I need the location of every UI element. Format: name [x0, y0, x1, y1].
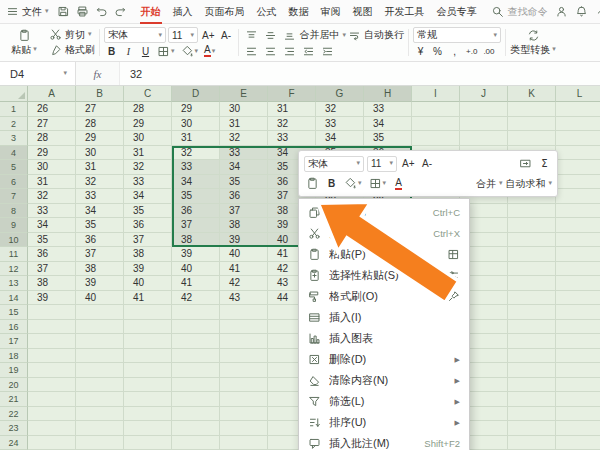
cell-E22[interactable] — [220, 407, 268, 422]
align-right-icon[interactable] — [281, 43, 298, 59]
row-header-23[interactable]: 23 — [0, 421, 28, 436]
cell-E19[interactable] — [220, 363, 268, 378]
bold-button[interactable]: B — [104, 43, 119, 59]
cell-B17[interactable] — [76, 334, 124, 349]
context-menu-item-paste[interactable]: 粘贴(P) — [299, 244, 469, 265]
cell-A22[interactable] — [28, 407, 76, 422]
cell-E20[interactable] — [220, 378, 268, 393]
type-convert-button[interactable]: 类型转换▾ — [510, 29, 556, 57]
cell-K20[interactable] — [508, 378, 556, 393]
cell-D14[interactable]: 42 — [172, 291, 220, 306]
tab-developer[interactable]: 开发工具 — [379, 0, 431, 24]
cell-E9[interactable]: 38 — [220, 218, 268, 233]
cell-L8[interactable] — [556, 204, 600, 219]
mini-autosum-button[interactable]: Σ — [537, 156, 552, 172]
align-center-icon[interactable] — [262, 43, 279, 59]
cell-C3[interactable]: 30 — [124, 131, 172, 146]
cell-E24[interactable] — [220, 436, 268, 450]
cell-D11[interactable]: 39 — [172, 247, 220, 262]
cell-B23[interactable] — [76, 421, 124, 436]
cell-L17[interactable] — [556, 334, 600, 349]
mini-font-color-button[interactable]: A — [391, 176, 406, 192]
cell-D8[interactable]: 36 — [172, 204, 220, 219]
cell-A2[interactable]: 27 — [28, 117, 76, 132]
row-header-20[interactable]: 20 — [0, 378, 28, 393]
cell-K12[interactable] — [508, 262, 556, 277]
paste-button[interactable]: 粘贴▾ — [5, 29, 43, 57]
cell-D9[interactable]: 37 — [172, 218, 220, 233]
cell-J1[interactable] — [460, 102, 508, 117]
cell-B24[interactable] — [76, 436, 124, 450]
cell-D7[interactable]: 35 — [172, 189, 220, 204]
cell-L2[interactable] — [556, 117, 600, 132]
cell-C12[interactable]: 39 — [124, 262, 172, 277]
context-menu-item-insert-comment[interactable]: 插入批注(M)Shift+F2 — [299, 433, 469, 450]
cell-E11[interactable]: 40 — [220, 247, 268, 262]
cell-K19[interactable] — [508, 363, 556, 378]
cell-L22[interactable] — [556, 407, 600, 422]
mini-increase-font-button[interactable]: A+ — [400, 156, 417, 172]
col-header-L[interactable]: L — [556, 86, 600, 102]
context-menu-item-copy[interactable]: 复制(C)Ctrl+C — [299, 202, 469, 223]
cell-D23[interactable] — [172, 421, 220, 436]
merge-center-button[interactable]: 合并居中▾ — [300, 27, 347, 43]
cut-button[interactable]: 剪切▾ — [49, 27, 95, 43]
context-menu-item-paste-special[interactable]: 选择性粘贴(S) — [299, 265, 469, 286]
cell-C1[interactable]: 28 — [124, 102, 172, 117]
cell-K17[interactable] — [508, 334, 556, 349]
row-header-4[interactable]: 4 — [0, 146, 28, 161]
col-header-D[interactable]: D — [172, 86, 220, 102]
increase-indent-icon[interactable] — [319, 43, 336, 59]
row-header-21[interactable]: 21 — [0, 392, 28, 407]
cell-K24[interactable] — [508, 436, 556, 450]
decrease-decimal-button[interactable]: .00 — [481, 43, 496, 59]
cell-A11[interactable]: 36 — [28, 247, 76, 262]
cell-F1[interactable]: 31 — [268, 102, 316, 117]
cell-L13[interactable] — [556, 276, 600, 291]
cell-B9[interactable]: 35 — [76, 218, 124, 233]
row-header-1[interactable]: 1 — [0, 102, 28, 117]
cell-K15[interactable] — [508, 305, 556, 320]
cell-B15[interactable] — [76, 305, 124, 320]
cell-E16[interactable] — [220, 320, 268, 335]
cell-B18[interactable] — [76, 349, 124, 364]
cell-A21[interactable] — [28, 392, 76, 407]
bell-icon[interactable] — [574, 4, 589, 19]
mini-font-size-select[interactable]: 11▾ — [367, 156, 397, 172]
cell-D18[interactable] — [172, 349, 220, 364]
cell-C6[interactable]: 33 — [124, 175, 172, 190]
cell-B2[interactable]: 28 — [76, 117, 124, 132]
cell-A9[interactable]: 34 — [28, 218, 76, 233]
cell-F2[interactable]: 32 — [268, 117, 316, 132]
cell-A7[interactable]: 32 — [28, 189, 76, 204]
cell-E10[interactable]: 39 — [220, 233, 268, 248]
cell-E15[interactable] — [220, 305, 268, 320]
cell-A8[interactable]: 33 — [28, 204, 76, 219]
cell-L19[interactable] — [556, 363, 600, 378]
row-header-24[interactable]: 24 — [0, 436, 28, 450]
cell-D2[interactable]: 30 — [172, 117, 220, 132]
cell-L14[interactable] — [556, 291, 600, 306]
cell-D3[interactable]: 31 — [172, 131, 220, 146]
formula-input[interactable]: 32 — [120, 62, 600, 85]
tab-view[interactable]: 视图 — [347, 0, 379, 24]
row-header-2[interactable]: 2 — [0, 117, 28, 132]
cell-C19[interactable] — [124, 363, 172, 378]
cell-A16[interactable] — [28, 320, 76, 335]
cell-D13[interactable]: 41 — [172, 276, 220, 291]
cell-E21[interactable] — [220, 392, 268, 407]
cell-L7[interactable] — [556, 189, 600, 204]
row-header-16[interactable]: 16 — [0, 320, 28, 335]
cell-A23[interactable] — [28, 421, 76, 436]
cell-E1[interactable]: 30 — [220, 102, 268, 117]
col-header-B[interactable]: B — [76, 86, 124, 102]
cell-K14[interactable] — [508, 291, 556, 306]
context-menu-item-cut[interactable]: 剪切(T)Ctrl+X — [299, 223, 469, 244]
tab-insert[interactable]: 插入 — [167, 0, 199, 24]
cell-B7[interactable]: 33 — [76, 189, 124, 204]
number-format-select[interactable]: 常规▾ — [413, 27, 501, 43]
cell-C22[interactable] — [124, 407, 172, 422]
row-header-11[interactable]: 11 — [0, 247, 28, 262]
cell-C20[interactable] — [124, 378, 172, 393]
cell-B13[interactable]: 39 — [76, 276, 124, 291]
